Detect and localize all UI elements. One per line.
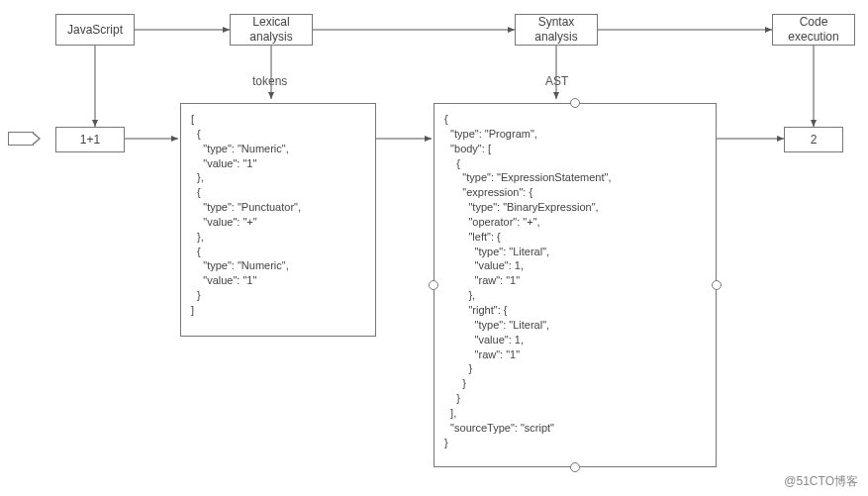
entry-arrow-icon [8, 132, 34, 146]
label-tokens: tokens [252, 74, 287, 88]
handle-icon [570, 462, 580, 472]
handle-icon [429, 280, 438, 290]
output-box: 2 [784, 127, 843, 152]
diagram-canvas: JavaScript Lexical analysis Syntax analy… [0, 0, 868, 496]
stage-code-execution: Code execution [772, 14, 855, 46]
tokens-code-block: [ { "type": "Numeric", "value": "1" }, {… [180, 103, 376, 337]
stage-javascript: JavaScript [55, 14, 135, 46]
input-box: 1+1 [55, 127, 125, 152]
stage-syntax-analysis: Syntax analysis [515, 14, 598, 46]
handle-icon [570, 98, 580, 108]
watermark-text: @51CTO博客 [784, 473, 858, 490]
label-ast: AST [545, 74, 568, 88]
stage-lexical-analysis: Lexical analysis [230, 14, 313, 46]
handle-icon [712, 280, 722, 290]
ast-code-block: { "type": "Program", "body": [ { "type":… [434, 103, 717, 467]
